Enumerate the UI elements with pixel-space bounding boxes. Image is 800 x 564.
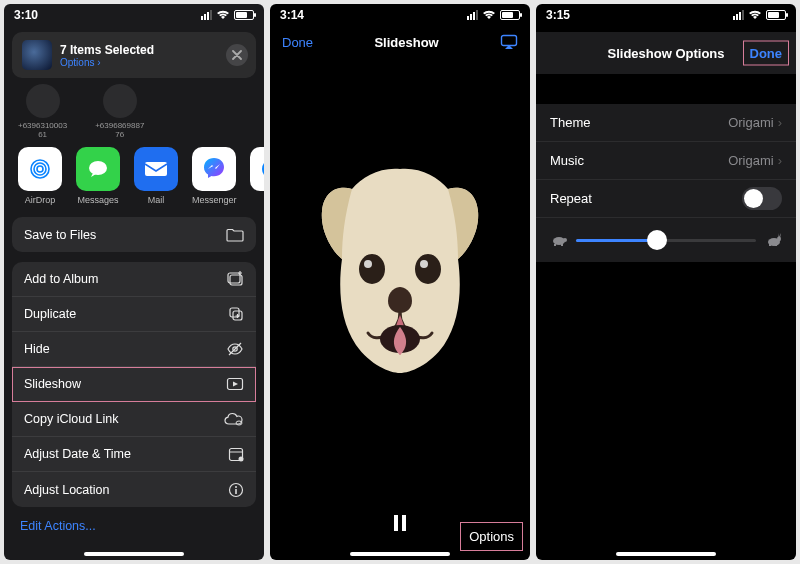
options-button[interactable]: Options [461,523,522,550]
chevron-right-icon: › [778,115,782,130]
done-button[interactable]: Done [744,42,789,65]
info-icon [228,482,244,498]
action-label: Copy iCloud Link [24,412,119,426]
svg-point-18 [235,486,237,488]
svg-point-24 [420,260,428,268]
speed-slider[interactable] [576,239,756,242]
play-rect-icon [226,377,244,391]
row-theme[interactable]: Theme Origami› [536,104,796,142]
status-bar: 3:14 [270,4,530,26]
row-speed [536,218,796,262]
home-indicator[interactable] [350,552,450,556]
contact-sub: 76 [95,130,144,139]
mail-icon [134,147,178,191]
contact-item[interactable]: +6396310003 61 [18,84,67,139]
action-copy-icloud-link[interactable]: Copy iCloud Link [12,402,256,437]
duplicate-icon [228,306,244,322]
action-hide[interactable]: Hide [12,332,256,367]
slideshow-image-area[interactable] [270,104,530,434]
home-indicator[interactable] [84,552,184,556]
chevron-right-icon: › [778,153,782,168]
chevron-right-icon: › [97,57,100,68]
close-button[interactable] [226,44,248,66]
app-extra[interactable]: D [250,147,264,205]
svg-rect-34 [769,244,771,246]
done-button[interactable]: Done [282,35,313,50]
row-value: Origami [728,115,774,130]
app-messenger[interactable]: Messenger [192,147,236,205]
contact-item[interactable]: +6396869887 76 [95,84,144,139]
avatar [26,84,60,118]
status-time: 3:14 [280,8,304,22]
svg-point-0 [37,166,43,172]
action-group-files: Save to Files [12,217,256,252]
avatar [103,84,137,118]
app-airdrop[interactable]: AirDrop [18,147,62,205]
slideshow-title: Slideshow [374,35,438,50]
phone-share-sheet: 3:10 7 Items Selected Options › +6396310… [4,4,264,560]
status-indicators [467,10,520,20]
action-save-to-files[interactable]: Save to Files [12,217,256,252]
slideshow-header: Done Slideshow [270,26,530,58]
app-mail[interactable]: Mail [134,147,178,205]
svg-rect-35 [775,244,777,246]
edit-actions-link[interactable]: Edit Actions... [4,511,264,541]
row-music[interactable]: Music Origami› [536,142,796,180]
svg-rect-26 [394,515,398,531]
action-duplicate[interactable]: Duplicate [12,297,256,332]
svg-point-21 [359,254,385,284]
svg-point-3 [89,161,107,175]
calendar-icon [228,446,244,462]
home-indicator[interactable] [616,552,716,556]
action-slideshow[interactable]: Slideshow [12,367,256,402]
options-title: Slideshow Options [607,46,724,61]
action-label: Add to Album [24,272,98,286]
extra-app-icon [250,147,264,191]
action-label: Duplicate [24,307,76,321]
signal-icon [733,10,744,20]
selection-title: 7 Items Selected [60,43,154,57]
contact-number: +6396310003 [18,121,67,130]
contact-number: +6396869887 [95,121,144,130]
row-repeat: Repeat [536,180,796,218]
signal-icon [201,10,212,20]
icloud-link-icon [224,412,244,426]
messages-icon [76,147,120,191]
app-label: D [250,195,264,205]
action-add-to-album[interactable]: Add to Album [12,262,256,297]
battery-icon [766,10,786,20]
app-label: Mail [134,195,178,205]
row-label: Repeat [550,191,592,206]
wifi-icon [748,10,762,20]
options-list: Theme Origami› Music Origami› Repeat [536,104,796,262]
status-time: 3:15 [546,8,570,22]
action-label: Hide [24,342,50,356]
pause-button[interactable] [393,515,407,531]
action-adjust-date-time[interactable]: Adjust Date & Time [12,437,256,472]
row-value: Origami [728,153,774,168]
row-label: Theme [550,115,590,130]
action-label: Adjust Date & Time [24,447,131,461]
folder-icon [226,228,244,242]
contacts-row: +6396310003 61 +6396869887 76 [4,78,264,141]
status-bar: 3:15 [536,4,796,26]
svg-rect-31 [561,244,563,246]
apps-row[interactable]: AirDrop Messages Mail Messenger D [4,141,264,213]
options-header: Slideshow Options Done [536,32,796,74]
svg-point-5 [262,159,264,179]
selection-card: 7 Items Selected Options › [12,32,256,78]
repeat-toggle[interactable] [742,187,782,210]
slideshow-image-dog [310,159,490,379]
svg-point-33 [777,237,781,242]
signal-icon [467,10,478,20]
app-messages[interactable]: Messages [76,147,120,205]
eye-slash-icon [226,342,244,356]
svg-rect-4 [145,162,167,176]
battery-icon [234,10,254,20]
row-label: Music [550,153,584,168]
airplay-icon[interactable] [500,34,518,50]
status-bar: 3:10 [4,4,264,26]
selection-options-link[interactable]: Options › [60,57,154,68]
action-adjust-location[interactable]: Adjust Location [12,472,256,507]
status-indicators [733,10,786,20]
